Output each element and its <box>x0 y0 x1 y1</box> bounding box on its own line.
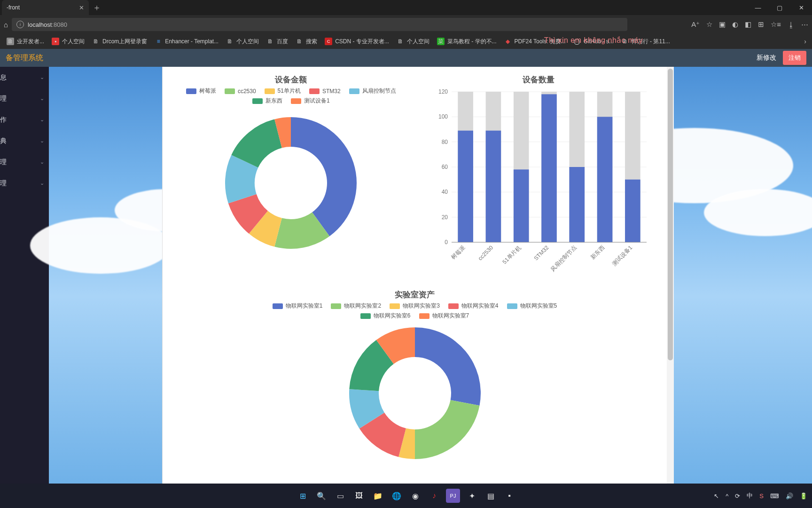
bookmark-item[interactable]: ≡Enhancer - Templat... <box>152 36 221 47</box>
tray-expand-icon[interactable]: ^ <box>726 492 728 500</box>
battery-icon[interactable]: 🔋 <box>800 492 807 500</box>
home-icon[interactable]: ⌂ <box>4 21 8 29</box>
taskview-icon[interactable]: ▭ <box>333 489 347 503</box>
legend-swatch <box>225 88 235 94</box>
donut-slice[interactable] <box>415 400 480 459</box>
tab-title: -front <box>7 4 20 11</box>
y-tick-label: 80 <box>441 139 448 145</box>
logout-button[interactable]: 注销 <box>783 51 806 65</box>
search-icon[interactable]: 🔍 <box>314 489 328 503</box>
bookmark-item[interactable]: 🗎百度 <box>264 36 291 48</box>
legend-item[interactable]: 物联网实验室3 <box>390 302 440 310</box>
sidebar-item[interactable]: 理⌄ <box>0 173 49 194</box>
bar[interactable] <box>541 94 557 242</box>
sidebar-item-label: 作 <box>0 116 7 124</box>
tray-sync-icon[interactable]: ⟳ <box>735 492 740 500</box>
sidebar-item[interactable]: 理⌄ <box>0 88 49 109</box>
chart-device-amount: 设备金额 树莓派cc253051单片机STM32风扇控制节点新东西测试设备1 <box>172 71 410 275</box>
terminal-icon[interactable]: ▪ <box>502 489 516 503</box>
bookmark-item[interactable]: 🗎业开发者... <box>4 36 47 48</box>
legend-item[interactable]: 测试设备1 <box>291 97 330 105</box>
address-bar[interactable]: i localhost:8080 <box>12 18 627 31</box>
sidebar-item[interactable]: 典⌄ <box>0 130 49 151</box>
y-tick-label: 60 <box>441 164 448 170</box>
site-info-icon[interactable]: i <box>16 21 24 28</box>
legend-item[interactable]: 风扇控制节点 <box>349 87 396 95</box>
bookmark-item[interactable]: 🗎个人空间 <box>223 36 262 48</box>
extension2-icon[interactable]: ◧ <box>745 20 751 29</box>
tray-app-icon[interactable]: S <box>759 492 764 500</box>
bookmark-item[interactable]: 🗎Drcom上网登录窗 <box>89 36 150 48</box>
vertical-scrollbar[interactable] <box>667 67 674 484</box>
legend-item[interactable]: 物联网实验室2 <box>331 302 381 310</box>
app-icon[interactable]: ✦ <box>465 489 479 503</box>
bar[interactable] <box>514 169 529 242</box>
extensions-menu-icon[interactable]: ⊞ <box>758 20 764 29</box>
legend-item[interactable]: cc2530 <box>225 87 256 95</box>
legend-item[interactable]: STM32 <box>309 87 341 95</box>
extension-icon[interactable]: ◐ <box>732 20 738 29</box>
tray-input-icon[interactable]: ⌨ <box>770 492 779 500</box>
favorite-icon[interactable]: ☆ <box>706 20 712 29</box>
x-tick-label: 51单片机 <box>501 244 522 265</box>
bar[interactable] <box>625 180 640 242</box>
bookmark-item[interactable]: CCSDN - 专业开发者... <box>322 36 392 48</box>
read-aloud-icon[interactable]: A⁺ <box>691 20 700 29</box>
pycharm-icon[interactable]: PJ <box>446 489 460 503</box>
favorites-bar-icon[interactable]: ☆≡ <box>771 20 781 29</box>
notepad-icon[interactable]: ▤ <box>484 489 498 503</box>
donut-chart <box>211 108 371 258</box>
window-minimize-icon[interactable]: — <box>747 0 769 15</box>
photos-icon[interactable]: 🖼 <box>352 489 366 503</box>
legend-item[interactable]: 物联网实验室1 <box>273 302 323 310</box>
bookmarks-overflow-icon[interactable]: › <box>804 38 806 45</box>
scroll-thumb[interactable] <box>668 69 673 360</box>
lyric-overlay-line1: Thì xin em không nhắc máy <box>544 36 643 45</box>
window-close-icon[interactable]: ✕ <box>790 0 812 15</box>
new-tab-button[interactable]: ＋ <box>93 2 101 13</box>
sidebar-item[interactable]: 理⌄ <box>0 151 49 173</box>
legend-item[interactable]: 物联网实验室6 <box>360 312 411 320</box>
close-tab-icon[interactable]: ✕ <box>79 4 84 11</box>
header-link-edit[interactable]: 新修改 <box>757 54 776 62</box>
donut-slice[interactable] <box>415 327 481 405</box>
sidebar-item[interactable]: 作⌄ <box>0 109 49 130</box>
sidebar-item[interactable]: 息⌄ <box>0 67 49 88</box>
chart-legend[interactable]: 树莓派cc253051单片机STM32风扇控制节点新东西测试设备1 <box>172 87 410 105</box>
windows-taskbar[interactable]: ⊞ 🔍 ▭ 🖼 📁 🌐 ◉ ♪ PJ ✦ ▤ ▪ <box>0 484 812 508</box>
bar[interactable] <box>485 131 501 242</box>
chart-legend[interactable]: 物联网实验室1物联网实验室2物联网实验室3物联网实验室4物联网实验室5物联网实验… <box>265 302 565 320</box>
explorer-icon[interactable]: 📁 <box>371 489 385 503</box>
bookmark-label: 个人空间 <box>407 38 429 46</box>
app-title: 备管理系统 <box>6 53 43 63</box>
bar[interactable] <box>597 117 613 242</box>
legend-item[interactable]: 树莓派 <box>186 87 216 95</box>
legend-item[interactable]: 51单片机 <box>265 87 301 95</box>
bookmark-label: Drcom上网登录窗 <box>102 38 147 46</box>
bookmark-item[interactable]: 菜菜鸟教程 - 学的不... <box>434 36 500 48</box>
legend-item[interactable]: 新东西 <box>252 97 282 105</box>
edge-icon[interactable]: 🌐 <box>390 489 404 503</box>
legend-item[interactable]: 物联网实验室7 <box>419 312 469 320</box>
netease-icon[interactable]: ♪ <box>427 489 441 503</box>
collections-icon[interactable]: ▣ <box>719 20 726 29</box>
ime-indicator[interactable]: 中 <box>747 492 753 500</box>
bookmark-item[interactable]: 🗎搜索 <box>293 36 320 48</box>
downloads-icon[interactable]: ⭳ <box>788 21 795 29</box>
volume-icon[interactable]: 🔊 <box>786 492 793 500</box>
chrome-icon[interactable]: ◉ <box>408 489 422 503</box>
start-icon[interactable]: ⊞ <box>296 489 310 503</box>
legend-item[interactable]: 物联网实验室4 <box>448 302 499 310</box>
bar[interactable] <box>569 167 585 242</box>
legend-swatch <box>309 88 320 94</box>
bar[interactable] <box>458 131 473 242</box>
legend-item[interactable]: 物联网实验室5 <box>507 302 557 310</box>
window-maximize-icon[interactable]: ▢ <box>769 0 790 15</box>
system-tray[interactable]: ↖ ^ ⟳ 中 S ⌨ 🔊 🔋 <box>714 484 807 508</box>
sidebar: 息⌄ 理⌄ 作⌄ 典⌄ 理⌄ 理⌄ <box>0 67 49 484</box>
bookmark-item[interactable]: ▪个人空间 <box>49 36 87 48</box>
legend-swatch <box>252 98 263 104</box>
browser-tab[interactable]: -front ✕ <box>2 0 89 15</box>
bookmark-item[interactable]: 🗎个人空间 <box>394 36 432 48</box>
app-menu-icon[interactable]: ⋯ <box>801 20 808 29</box>
